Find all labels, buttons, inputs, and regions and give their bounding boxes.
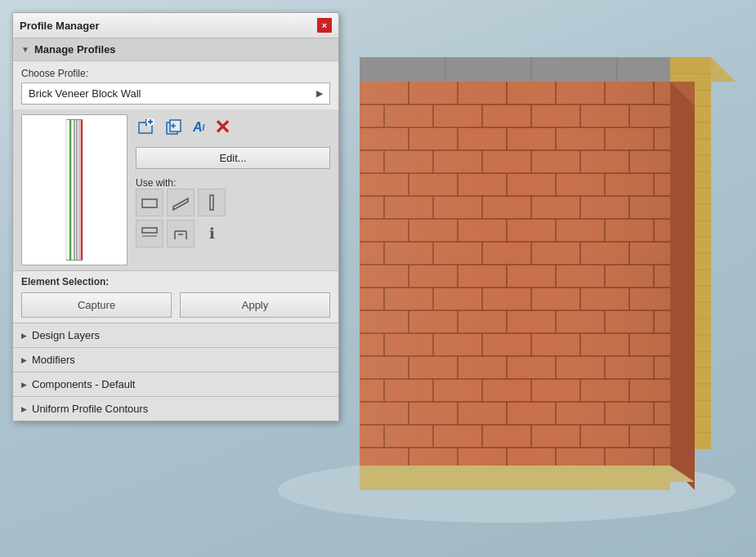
capture-button[interactable]: Capture (21, 292, 172, 318)
wall-3d-view (270, 33, 744, 539)
collapse-arrow-icon: ▼ (21, 45, 29, 54)
close-button[interactable]: × (317, 18, 332, 33)
svg-rect-206 (360, 466, 670, 490)
controls-area: AI ✕ Edit... Use with: (136, 114, 330, 265)
duplicate-button[interactable] (163, 117, 185, 138)
svg-marker-226 (173, 198, 188, 210)
panel-body: ▼ Manage Profiles Choose Profile: Brick … (13, 38, 338, 421)
use-with-furniture-button[interactable] (167, 220, 195, 247)
profile-manager-panel: Profile Manager × ▼ Manage Profiles Choo… (12, 12, 339, 421)
uniform-profile-expand-icon: ▶ (21, 405, 27, 413)
use-with-column-button[interactable] (198, 189, 226, 216)
use-with-icons-grid: ℹ (136, 189, 330, 249)
add-layer-button[interactable] (136, 117, 157, 138)
profile-dropdown[interactable]: Brick Veneer Block Wall ▶ (21, 82, 330, 105)
design-layers-expand-icon: ▶ (21, 332, 27, 340)
rename-button[interactable]: AI (191, 118, 206, 136)
choose-profile-label: Choose Profile: (21, 68, 330, 79)
delete-button[interactable]: ✕ (212, 114, 232, 140)
svg-marker-204 (670, 82, 695, 490)
modifiers-section[interactable]: ▶ Modifiers (13, 347, 338, 372)
components-label: Components - Default (32, 378, 135, 390)
components-section[interactable]: ▶ Components - Default (13, 372, 338, 396)
uniform-profile-label: Uniform Profile Contours (32, 403, 148, 415)
profile-name: Brick Veneer Block Wall (29, 87, 141, 100)
use-with-label: Use with: (136, 177, 330, 189)
toolbar-row: AI ✕ (136, 114, 330, 140)
uniform-profile-section[interactable]: ▶ Uniform Profile Contours (13, 396, 338, 421)
manage-profiles-label: Manage Profiles (34, 43, 116, 56)
capture-apply-row: Capture Apply (21, 292, 330, 318)
use-with-section: Use with: (136, 176, 330, 249)
svg-rect-202 (360, 82, 670, 466)
modifiers-expand-icon: ▶ (21, 356, 27, 364)
design-layers-label: Design Layers (32, 329, 100, 341)
svg-rect-228 (142, 228, 157, 233)
use-with-slab-button[interactable] (167, 189, 195, 216)
edit-button[interactable]: Edit... (136, 147, 330, 169)
modifiers-label: Modifiers (32, 354, 75, 366)
svg-rect-225 (142, 199, 157, 207)
dropdown-arrow-icon: ▶ (316, 88, 323, 99)
components-expand-icon: ▶ (21, 381, 27, 389)
panel-title: Profile Manager (20, 20, 100, 32)
panel-titlebar: Profile Manager × (13, 13, 338, 38)
svg-rect-227 (210, 195, 213, 210)
manage-profiles-header[interactable]: ▼ Manage Profiles (13, 38, 338, 61)
element-selection-label: Element Selection: (21, 276, 330, 287)
wall-preview (21, 114, 127, 265)
element-selection-section: Element Selection: Capture Apply (13, 270, 338, 323)
use-with-beam-button[interactable] (136, 220, 163, 247)
use-with-wall-button[interactable] (136, 189, 163, 216)
apply-button[interactable]: Apply (180, 292, 330, 318)
info-button[interactable]: ℹ (198, 220, 226, 247)
design-layers-section[interactable]: ▶ Design Layers (13, 323, 338, 347)
choose-profile-section: Choose Profile: Brick Veneer Block Wall … (13, 61, 338, 109)
main-content-area: AI ✕ Edit... Use with: (13, 109, 338, 270)
